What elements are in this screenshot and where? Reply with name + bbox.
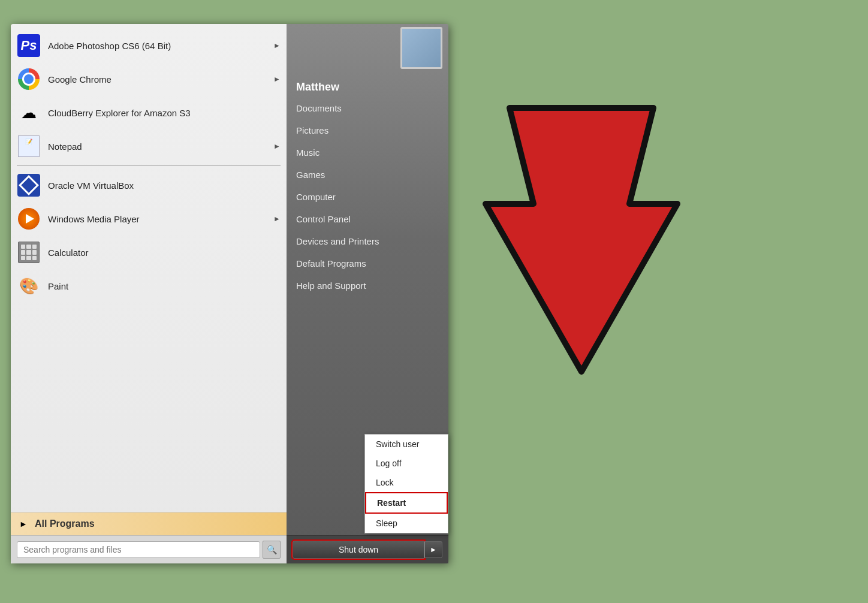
computer-label: Computer: [296, 192, 336, 202]
svg-marker-0: [486, 108, 677, 372]
power-menu-sleep[interactable]: Sleep: [365, 514, 448, 533]
power-menu: Switch user Log off Lock Restart Sleep: [364, 434, 448, 533]
menu-item-virtualbox[interactable]: Oracle VM VirtualBox: [11, 168, 287, 202]
menu-item-cloudberry[interactable]: ☁ CloudBerry Explorer for Amazon S3: [11, 96, 287, 129]
right-item-default-programs[interactable]: Default Programs: [287, 252, 448, 275]
submenu-arrow-photoshop: ►: [273, 41, 281, 50]
power-menu-restart[interactable]: Restart: [365, 492, 448, 514]
help-support-label: Help and Support: [296, 281, 366, 291]
menu-item-photoshop[interactable]: Ps Adobe Photoshop CS6 (64 Bit) ►: [11, 29, 287, 62]
user-avatar: [400, 27, 442, 69]
menu-item-calculator-label: Calculator: [48, 248, 281, 258]
photoshop-icon: Ps: [17, 34, 41, 58]
start-menu-right-panel: Matthew Documents Pictures Music Games C…: [287, 24, 448, 563]
right-item-documents[interactable]: Documents: [287, 97, 448, 119]
shutdown-button[interactable]: Shut down: [293, 541, 424, 559]
power-menu-lock[interactable]: Lock: [365, 473, 448, 492]
submenu-arrow-notepad: ►: [273, 142, 281, 150]
shutdown-arrow-button[interactable]: ►: [424, 541, 442, 558]
search-button[interactable]: 🔍: [263, 541, 281, 559]
start-menu-left-panel: Ps Adobe Photoshop CS6 (64 Bit) ► Google…: [11, 24, 287, 563]
menu-item-notepad[interactable]: 📝 Notepad ►: [11, 129, 287, 163]
right-item-games[interactable]: Games: [287, 164, 448, 186]
search-input[interactable]: [17, 541, 260, 558]
power-menu-log-off[interactable]: Log off: [365, 454, 448, 473]
menu-item-cloudberry-label: CloudBerry Explorer for Amazon S3: [48, 108, 281, 118]
right-item-pictures[interactable]: Pictures: [287, 119, 448, 141]
devices-printers-label: Devices and Printers: [296, 236, 379, 246]
music-label: Music: [296, 147, 320, 158]
pictures-label: Pictures: [296, 125, 328, 135]
start-menu: Ps Adobe Photoshop CS6 (64 Bit) ► Google…: [11, 24, 448, 563]
submenu-arrow-chrome: ►: [273, 75, 281, 83]
right-item-devices-printers[interactable]: Devices and Printers: [287, 230, 448, 252]
control-panel-label: Control Panel: [296, 214, 351, 224]
documents-label: Documents: [296, 103, 342, 113]
power-menu-switch-user[interactable]: Switch user: [365, 435, 448, 454]
right-item-computer[interactable]: Computer: [287, 186, 448, 208]
submenu-arrow-wmp: ►: [273, 215, 281, 223]
chrome-icon: [17, 67, 41, 91]
right-item-help-support[interactable]: Help and Support: [287, 275, 448, 297]
menu-item-chrome[interactable]: Google Chrome ►: [11, 62, 287, 96]
menu-item-notepad-label: Notepad: [48, 141, 273, 152]
cloudberry-icon: ☁: [17, 101, 41, 125]
shutdown-area: Shut down ► Switch user Log off Lock Res…: [287, 535, 448, 563]
notepad-icon: 📝: [17, 134, 41, 158]
games-label: Games: [296, 170, 325, 180]
menu-item-calculator[interactable]: Calculator: [11, 236, 287, 269]
search-bar: 🔍: [11, 535, 287, 563]
right-item-music[interactable]: Music: [287, 141, 448, 164]
wmp-icon: [17, 207, 41, 231]
paint-icon: 🎨: [17, 274, 41, 298]
avatar-area: [287, 24, 448, 69]
menu-item-photoshop-label: Adobe Photoshop CS6 (64 Bit): [48, 41, 273, 51]
menu-item-wmp[interactable]: Windows Media Player ►: [11, 202, 287, 236]
right-item-control-panel[interactable]: Control Panel: [287, 208, 448, 230]
pinned-items: Ps Adobe Photoshop CS6 (64 Bit) ► Google…: [11, 24, 287, 512]
menu-item-virtualbox-label: Oracle VM VirtualBox: [48, 180, 281, 191]
calculator-icon: [17, 240, 41, 264]
menu-separator: [17, 165, 281, 166]
default-programs-label: Default Programs: [296, 258, 366, 269]
username-label[interactable]: Matthew: [287, 75, 448, 97]
menu-item-paint[interactable]: 🎨 Paint: [11, 269, 287, 303]
menu-item-chrome-label: Google Chrome: [48, 74, 273, 85]
menu-item-paint-label: Paint: [48, 281, 281, 291]
arrow-annotation: [456, 96, 707, 384]
all-programs-arrow-icon: ►: [19, 519, 29, 529]
menu-item-wmp-label: Windows Media Player: [48, 214, 273, 224]
all-programs-button[interactable]: ► All Programs: [11, 512, 287, 535]
virtualbox-icon: [17, 173, 41, 197]
all-programs-label: All Programs: [35, 518, 95, 529]
